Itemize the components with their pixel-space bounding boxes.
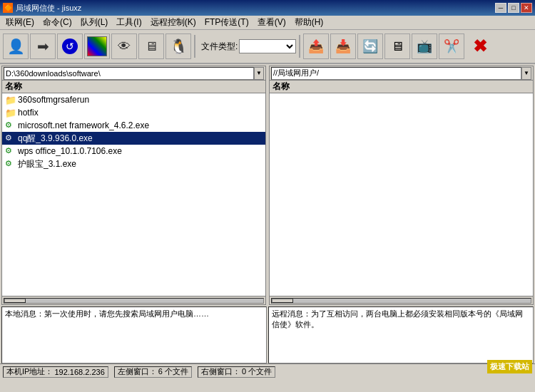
list-item[interactable]: ⚙ microsoft.net framework_4.6.2.exe <box>2 119 265 132</box>
remote-btn1[interactable]: 📤 <box>303 33 329 59</box>
right-scrollbar-h[interactable] <box>270 296 533 304</box>
remote-btn5[interactable]: 📺 <box>412 33 437 59</box>
right-col-header: 名称 <box>270 81 533 93</box>
list-item[interactable]: 📁 360softmgrsaferun <box>2 93 265 106</box>
left-count-label: 左侧窗口： <box>118 366 157 377</box>
exe-icon: ⚙ <box>5 133 15 143</box>
minimize-button[interactable]: ─ <box>495 3 506 13</box>
folder-icon: 📁 <box>5 108 15 118</box>
menu-view[interactable]: 查看(V) <box>253 15 290 30</box>
exe-icon: ⚙ <box>5 146 15 156</box>
disconnect-button[interactable]: ✖ <box>466 32 494 61</box>
toolbar-separator2 <box>299 35 300 58</box>
menu-bar: 联网(E) 命令(C) 队列(L) 工具(I) 远程控制(K) FTP传送(T)… <box>0 16 535 30</box>
local-log: 本地消息：第一次使用时，请您先搜索局域网用户电脑…… <box>1 306 267 363</box>
connect-button[interactable]: ↺ <box>57 33 83 59</box>
menu-help[interactable]: 帮助(H) <box>290 15 328 30</box>
right-path: //局域网用户/ <box>271 67 521 80</box>
left-pane-header: D:\360downloads\software\ ▼ <box>2 66 265 81</box>
title-bar: 🔶 局域网信使 - jisuxz ─ □ ✕ <box>0 0 535 16</box>
left-path-dropdown[interactable]: ▼ <box>254 67 264 80</box>
list-item[interactable]: ⚙ wps office_10.1.0.7106.exe <box>2 145 265 158</box>
remote-log-text: 远程消息：为了互相访问，两台电脑上都必须安装相同版本号的《局域网信使》软件。 <box>272 309 523 329</box>
menu-command[interactable]: 命令(C) <box>39 15 76 30</box>
left-col-header: 名称 <box>2 81 265 93</box>
menu-remote[interactable]: 远程控制(K) <box>146 15 200 30</box>
local-log-text: 本地消息：第一次使用时，请您先搜索局域网用户电脑…… <box>5 309 209 318</box>
right-count-value: 0 个文件 <box>242 366 272 377</box>
ip-value: 192.168.2.236 <box>54 368 104 376</box>
right-count-status: 右侧窗口： 0 个文件 <box>198 366 275 378</box>
right-count-label: 右侧窗口： <box>201 366 240 377</box>
file-type-label: 文件类型: <box>201 41 238 53</box>
menu-ftp[interactable]: FTP传送(T) <box>200 15 253 30</box>
close-button[interactable]: ✕ <box>521 3 532 13</box>
exe-icon: ⚙ <box>5 159 15 169</box>
left-path: D:\360downloads\software\ <box>4 67 254 80</box>
file-type-select[interactable] <box>239 39 296 53</box>
left-pane: D:\360downloads\software\ ▼ 名称 📁 360soft… <box>1 66 266 305</box>
view-button[interactable]: 👁 <box>111 33 137 59</box>
linux-button[interactable]: 🐧 <box>165 33 191 59</box>
right-file-list <box>270 93 533 296</box>
remote-btn6[interactable]: ✂️ <box>439 33 464 59</box>
toolbar-separator <box>194 35 195 58</box>
remote-btn4[interactable]: 🖥 <box>384 33 410 59</box>
list-item[interactable]: 📁 hotfix <box>2 106 265 119</box>
menu-network[interactable]: 联网(E) <box>1 15 39 30</box>
list-item-selected[interactable]: ⚙ qq醒_3.9.936.0.exe <box>2 132 265 145</box>
status-bar: 本机IP地址： 192.168.2.236 左侧窗口： 6 个文件 右侧窗口： … <box>0 363 535 379</box>
ip-status: 本机IP地址： 192.168.2.236 <box>3 366 108 378</box>
remote-log: 远程消息：为了互相访问，两台电脑上都必须安装相同版本号的《局域网信使》软件。 <box>268 306 534 363</box>
toolbar: 👤 ➡ ↺ 👁 🖥 🐧 文件类型: 📤 📥 🔄 🖥 📺 <box>0 30 535 64</box>
window-controls: ─ □ ✕ <box>495 3 532 13</box>
left-file-list: 📁 360softmgrsaferun 📁 hotfix ⚙ microsoft… <box>2 93 265 296</box>
left-scrollbar-h[interactable] <box>2 296 265 304</box>
maximize-button[interactable]: □ <box>508 3 519 13</box>
right-pane-header: //局域网用户/ ▼ <box>270 66 533 81</box>
menu-queue[interactable]: 队列(L) <box>76 15 113 30</box>
remote-btn2[interactable]: 📥 <box>330 33 356 59</box>
image-button[interactable] <box>84 33 110 59</box>
log-area: 本地消息：第一次使用时，请您先搜索局域网用户电脑…… 远程消息：为了互相访问，两… <box>1 306 534 363</box>
right-path-dropdown[interactable]: ▼ <box>521 67 531 80</box>
app-icon: 🔶 <box>3 3 13 13</box>
send-button[interactable]: ➡ <box>30 33 56 59</box>
left-count-value: 6 个文件 <box>158 366 188 377</box>
user-button[interactable]: 👤 <box>3 33 29 59</box>
menu-tools[interactable]: 工具(I) <box>112 15 146 30</box>
list-item[interactable]: ⚙ 护眼宝_3.1.exe <box>2 158 265 170</box>
right-pane: //局域网用户/ ▼ 名称 <box>269 66 534 305</box>
folder-icon: 📁 <box>5 95 15 105</box>
exe-icon: ⚙ <box>5 120 15 130</box>
left-count-status: 左侧窗口： 6 个文件 <box>114 366 192 378</box>
remote-btn3[interactable]: 🔄 <box>357 33 383 59</box>
main-area: D:\360downloads\software\ ▼ 名称 📁 360soft… <box>0 64 535 306</box>
ip-label: 本机IP地址： <box>6 366 53 377</box>
watermark: 极速下载站 <box>487 360 532 373</box>
monitor-button[interactable]: 🖥 <box>138 33 164 59</box>
window-title: 局域网信使 - jisuxz <box>16 3 81 14</box>
